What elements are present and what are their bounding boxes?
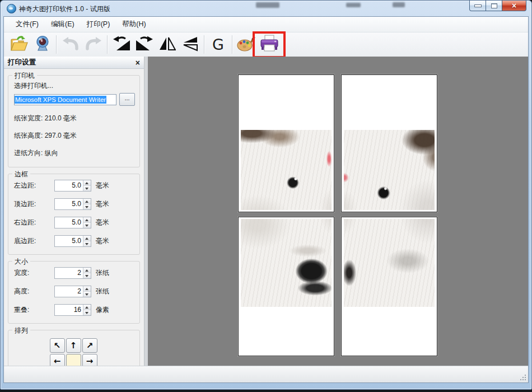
- client-area: 文件(F) 编辑(E) 打印(P) 帮助(H): [3, 16, 529, 383]
- menu-file[interactable]: 文件(F): [10, 17, 45, 31]
- print-page-top-left: [238, 74, 334, 212]
- arrange-group-title: 排列: [12, 326, 30, 335]
- right-margin-spinner[interactable]: 5.0: [54, 217, 91, 228]
- arrange-grid: ↖ ↑ ↗ ← → ↙ ↓ ↘: [50, 338, 99, 366]
- preview-canvas[interactable]: [148, 57, 528, 366]
- bottom-margin-unit: 毫米: [96, 236, 109, 246]
- resize-grip[interactable]: [519, 374, 526, 380]
- toolbar: G: [4, 32, 528, 57]
- spin-down-button[interactable]: [83, 273, 91, 278]
- arrange-left-button[interactable]: ←: [50, 354, 65, 366]
- flip-horizontal-icon: [159, 36, 176, 54]
- feed-direction-value: 纵向: [45, 149, 58, 157]
- camera-button[interactable]: [31, 34, 54, 55]
- rotate-right-button[interactable]: [133, 34, 156, 55]
- status-bar: [4, 366, 528, 382]
- height-label: 高度:: [14, 287, 54, 296]
- browse-printer-button[interactable]: ...: [119, 93, 135, 106]
- flip-vertical-button[interactable]: [179, 34, 202, 55]
- spin-up-button[interactable]: [83, 180, 91, 186]
- right-margin-unit: 毫米: [96, 218, 109, 227]
- app-icon: [7, 4, 16, 13]
- toolbar-separator: [232, 35, 232, 54]
- menu-print[interactable]: 打印(P): [81, 17, 116, 31]
- margins-group: 边框 左边距: 5.0 毫米 顶边距: 5.0: [8, 174, 140, 255]
- menu-bar: 文件(F) 编辑(E) 打印(P) 帮助(H): [4, 17, 528, 32]
- feed-direction-label: 进纸方向:: [14, 149, 43, 157]
- panel-splitter[interactable]: [144, 57, 148, 366]
- preview-image-top-left: [241, 130, 332, 210]
- spin-down-button[interactable]: [83, 292, 91, 297]
- toolbar-separator: [107, 35, 108, 54]
- arrange-up-button[interactable]: ↑: [66, 338, 81, 353]
- spin-up-button[interactable]: [83, 199, 91, 204]
- arrange-up-right-button[interactable]: ↗: [82, 338, 97, 353]
- spin-down-button[interactable]: [83, 186, 91, 191]
- spin-down-button[interactable]: [83, 223, 91, 228]
- panel-close-icon[interactable]: ×: [136, 59, 140, 67]
- overlap-spinner[interactable]: 16: [54, 304, 91, 316]
- print-page-bottom-left: [238, 217, 334, 356]
- menu-edit[interactable]: 编辑(E): [45, 17, 81, 31]
- close-button[interactable]: ×: [502, 1, 526, 11]
- open-button[interactable]: [8, 34, 31, 55]
- spin-down-button[interactable]: [83, 310, 91, 315]
- spin-down-button[interactable]: [83, 241, 91, 246]
- minimize-button[interactable]: [469, 1, 486, 11]
- print-highlight-box: [253, 31, 286, 58]
- paper-width-label: 纸张宽度:: [14, 114, 43, 122]
- main-area: 打印设置 × 打印机 选择打印机... Microsoft XPS Docume…: [4, 57, 528, 366]
- size-group: 大小 宽度: 2 张纸 高度: 2: [8, 261, 140, 324]
- overlap-unit: 像素: [96, 305, 109, 315]
- close-icon: ×: [512, 2, 516, 10]
- left-margin-spinner[interactable]: 5.0: [54, 180, 91, 192]
- maximize-icon: [491, 3, 497, 8]
- undo-button[interactable]: [59, 34, 82, 55]
- arrange-up-left-button[interactable]: ↖: [50, 338, 65, 353]
- panel-title: 打印设置: [8, 58, 136, 67]
- spin-up-button[interactable]: [83, 305, 91, 310]
- printer-name-field[interactable]: Microsoft XPS Document Writer: [14, 94, 116, 105]
- print-settings-panel: 打印设置 × 打印机 选择打印机... Microsoft XPS Docume…: [4, 57, 144, 366]
- print-button[interactable]: [258, 34, 281, 55]
- spin-up-button[interactable]: [83, 286, 91, 292]
- menu-help[interactable]: 帮助(H): [116, 17, 152, 31]
- printer-group: 打印机 选择打印机... Microsoft XPS Document Writ…: [8, 75, 140, 167]
- height-spinner[interactable]: 2: [54, 286, 91, 297]
- titlebar-artifact: [256, 2, 279, 8]
- titlebar-artifact: [346, 3, 361, 7]
- top-margin-label: 顶边距:: [14, 199, 54, 209]
- maximize-button[interactable]: [486, 1, 502, 11]
- overlap-label: 重叠:: [14, 305, 54, 315]
- rotate-left-icon: [113, 35, 130, 54]
- titlebar[interactable]: 神奇大图打印软件 1.0 - 试用版 ×: [1, 1, 531, 16]
- redo-button[interactable]: [82, 34, 105, 55]
- folder-open-icon: [10, 35, 29, 54]
- flip-horizontal-button[interactable]: [156, 34, 179, 55]
- preview-image-top-right: [344, 130, 435, 210]
- width-label: 宽度:: [14, 268, 54, 278]
- bottom-margin-spinner[interactable]: 5.0: [54, 235, 91, 247]
- undo-icon: [62, 36, 80, 54]
- width-unit: 张纸: [96, 268, 109, 278]
- webcam-icon: [35, 35, 50, 54]
- spin-down-button[interactable]: [83, 204, 91, 209]
- printer-name-value: Microsoft XPS Document Writer: [15, 96, 106, 104]
- top-margin-spinner[interactable]: 5.0: [54, 198, 91, 210]
- spin-up-button[interactable]: [83, 236, 91, 241]
- titlebar-artifact: [393, 2, 405, 7]
- rotate-left-button[interactable]: [110, 34, 133, 55]
- printer-group-title: 打印机: [12, 71, 37, 81]
- width-spinner[interactable]: 2: [54, 267, 91, 279]
- height-unit: 张纸: [96, 287, 109, 296]
- arrange-right-button[interactable]: →: [82, 354, 97, 366]
- window-controls: ×: [469, 1, 526, 11]
- spin-up-button[interactable]: [83, 217, 91, 223]
- print-page-top-right: [341, 74, 437, 212]
- size-group-title: 大小: [12, 257, 30, 267]
- arrange-center-button[interactable]: [66, 354, 81, 366]
- spin-up-button[interactable]: [83, 268, 91, 273]
- select-printer-label: 选择打印机...: [14, 81, 135, 91]
- top-margin-unit: 毫米: [96, 199, 109, 209]
- grayscale-button[interactable]: G: [207, 34, 230, 55]
